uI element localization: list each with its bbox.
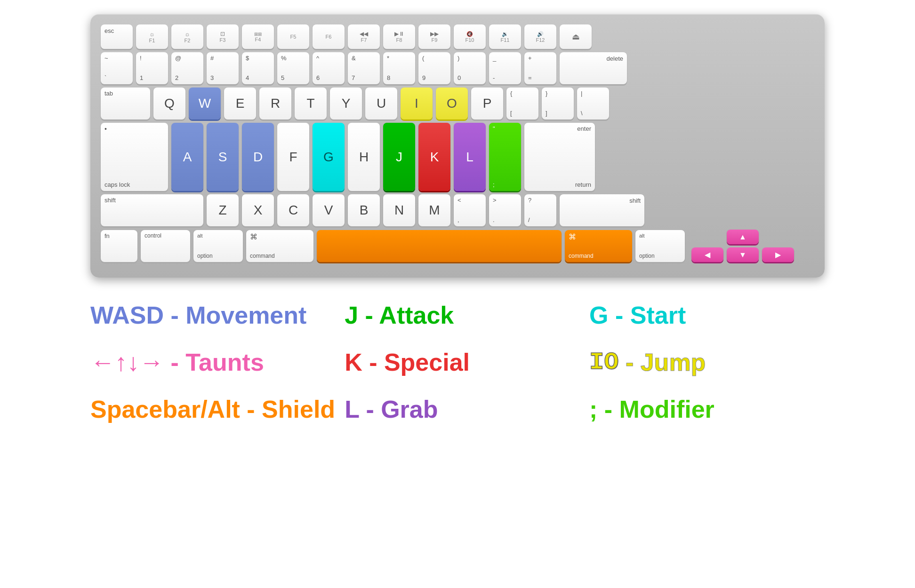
key-5[interactable]: % 5 [277, 52, 309, 84]
key-g[interactable]: G [313, 123, 345, 191]
key-9[interactable]: ( 9 [418, 52, 450, 84]
key-7[interactable]: & 7 [348, 52, 380, 84]
key-arrow-down[interactable]: ▼ [727, 247, 759, 262]
key-0[interactable]: ) 0 [454, 52, 486, 84]
key-lcmd[interactable]: ⌘ command [246, 230, 313, 262]
key-8[interactable]: * 8 [383, 52, 415, 84]
key-n[interactable]: N [383, 194, 415, 226]
key-2[interactable]: @ 2 [171, 52, 203, 84]
key-f4[interactable]: ⊞⊞ F4 [242, 24, 274, 49]
key-tilde[interactable]: ~ ` [101, 52, 133, 84]
key-backslash[interactable]: | \ [577, 87, 609, 119]
fn-row: esc ☼ F1 ☼ F2 ⊡ F3 ⊞⊞ F4 [101, 24, 814, 49]
key-f9[interactable]: ▶▶ F9 [418, 24, 450, 49]
key-o[interactable]: O [436, 87, 468, 119]
legend-taunts: ←↑↓→ - Taunts [90, 348, 335, 376]
key-c[interactable]: C [277, 194, 309, 226]
key-control[interactable]: control [141, 230, 190, 262]
legend-wasd: WASD - Movement [90, 301, 335, 329]
key-semicolon[interactable]: " ; [489, 123, 521, 191]
key-p[interactable]: P [471, 87, 503, 119]
key-f6[interactable]: F6 [313, 24, 345, 49]
key-6[interactable]: ^ 6 [313, 52, 345, 84]
key-arrow-up[interactable]: ▲ [727, 230, 759, 244]
key-z[interactable]: Z [207, 194, 239, 226]
key-f3[interactable]: ⊡ F3 [207, 24, 239, 49]
key-b[interactable]: B [348, 194, 380, 226]
asdf-row: • caps lock A S D F G H J K L " [101, 123, 814, 191]
legend-k-special: K - Special [345, 348, 580, 376]
legend-j-attack: J - Attack [345, 301, 580, 329]
key-a[interactable]: A [171, 123, 203, 191]
key-period[interactable]: > . [489, 194, 521, 226]
legend-shield-text: Spacebar/Alt - Shield [90, 395, 335, 423]
key-l[interactable]: L [454, 123, 486, 191]
key-j[interactable]: J [383, 123, 415, 191]
key-f[interactable]: F [277, 123, 309, 191]
legend-g-start: G - Start [589, 301, 825, 329]
key-arrow-left[interactable]: ◀ [691, 247, 723, 262]
legend-modifier-text: ; - Modifier [589, 395, 714, 423]
key-3[interactable]: # 3 [207, 52, 239, 84]
legend-wasd-text: WASD - Movement [90, 301, 306, 329]
key-rshift[interactable]: shift [560, 194, 644, 226]
key-k[interactable]: K [418, 123, 450, 191]
key-f10[interactable]: 🔇 F10 [454, 24, 486, 49]
key-fn[interactable]: fn [101, 230, 137, 262]
key-rbracket[interactable]: } ] [542, 87, 574, 119]
key-v[interactable]: V [313, 194, 345, 226]
arrow-bottom-row: ◀ ▼ ▶ [691, 247, 794, 262]
legend-taunts-text: ←↑↓→ - Taunts [90, 348, 264, 376]
key-t[interactable]: T [295, 87, 327, 119]
legend-modifier: ; - Modifier [589, 395, 825, 423]
key-f1[interactable]: ☼ F1 [136, 24, 168, 49]
bottom-row: fn control alt option ⌘ command ⌘ comman… [101, 230, 814, 262]
num-row: ~ ` ! 1 @ 2 # 3 $ 4 % 5 ^ 6 & 7 [101, 52, 814, 84]
key-f8[interactable]: ▶⏸ F8 [383, 24, 415, 49]
arrow-cluster: ▲ ◀ ▼ ▶ [691, 230, 794, 262]
legend-g-text: G - Start [589, 301, 686, 329]
key-f2[interactable]: ☼ F2 [171, 24, 203, 49]
key-enter[interactable]: enter return [524, 123, 595, 191]
key-lbracket[interactable]: { [ [506, 87, 538, 119]
key-esc[interactable]: esc [101, 24, 133, 49]
key-i[interactable]: I [401, 87, 433, 119]
key-h[interactable]: H [348, 123, 380, 191]
legend-k-text: K - Special [345, 348, 470, 376]
legend: WASD - Movement J - Attack G - Start ←↑↓… [90, 301, 825, 423]
key-arrow-right[interactable]: ▶ [762, 247, 794, 262]
legend-l-text: L - Grab [345, 395, 438, 423]
legend-io-text: IO [589, 349, 618, 376]
key-r[interactable]: R [259, 87, 291, 119]
key-u[interactable]: U [365, 87, 397, 119]
key-comma[interactable]: < , [454, 194, 486, 226]
key-f11[interactable]: 🔉 F11 [489, 24, 521, 49]
key-s[interactable]: S [207, 123, 239, 191]
key-ralt[interactable]: alt option [635, 230, 685, 262]
key-f7[interactable]: ◀◀ F7 [348, 24, 380, 49]
key-x[interactable]: X [242, 194, 274, 226]
key-tab[interactable]: tab [101, 87, 150, 119]
key-lalt[interactable]: alt option [193, 230, 243, 262]
key-slash[interactable]: ? / [524, 194, 556, 226]
key-lshift[interactable]: shift [101, 194, 203, 226]
zxcv-row: shift Z X C V B N M < , > . [101, 194, 814, 226]
key-e[interactable]: E [224, 87, 256, 119]
key-y[interactable]: Y [330, 87, 362, 119]
key-m[interactable]: M [418, 194, 450, 226]
key-f5[interactable]: F5 [277, 24, 309, 49]
key-eject[interactable]: ⏏ [560, 24, 592, 49]
key-minus[interactable]: _ - [489, 52, 521, 84]
key-rcmd[interactable]: ⌘ command [565, 230, 632, 262]
key-delete[interactable]: delete [560, 52, 627, 84]
legend-j-text: J - Attack [345, 301, 454, 329]
key-w[interactable]: W [189, 87, 221, 119]
key-space[interactable] [317, 230, 562, 262]
key-f12[interactable]: 🔊 F12 [524, 24, 556, 49]
key-d[interactable]: D [242, 123, 274, 191]
key-equals[interactable]: + = [524, 52, 556, 84]
key-capslock[interactable]: • caps lock [101, 123, 168, 191]
key-4[interactable]: $ 4 [242, 52, 274, 84]
key-1[interactable]: ! 1 [136, 52, 168, 84]
key-q[interactable]: Q [153, 87, 185, 119]
